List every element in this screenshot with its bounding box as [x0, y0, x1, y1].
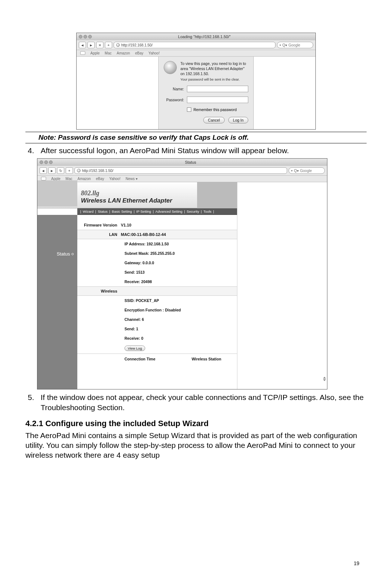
- search-field[interactable]: ▾ Q▾ Google: [289, 167, 325, 174]
- scroll-down-icon[interactable]: [323, 379, 326, 381]
- search-placeholder: Google: [289, 43, 300, 47]
- close-icon[interactable]: [79, 35, 82, 38]
- search-icon: Q▾: [294, 169, 299, 173]
- bookmark-link[interactable]: eBay: [135, 51, 143, 55]
- search-menu-icon: ▾: [291, 169, 293, 172]
- status-sidebar: Status: [37, 215, 77, 389]
- search-menu-icon: ▾: [279, 44, 281, 47]
- zoom-icon[interactable]: [88, 35, 92, 38]
- indicator-icon: [72, 253, 74, 255]
- window-titlebar: Status: [37, 159, 327, 166]
- bookmark-link[interactable]: Amazon: [77, 177, 91, 181]
- firmware-value: V1.10: [121, 223, 237, 227]
- zoom-icon[interactable]: [49, 160, 53, 164]
- remember-label: Remember this password: [193, 107, 237, 112]
- page-number: 19: [354, 560, 359, 566]
- add-bookmark-button[interactable]: +: [105, 42, 112, 48]
- firmware-label: Firmware Version: [77, 223, 121, 227]
- login-blank-left: [77, 57, 158, 129]
- menu-ip[interactable]: IP Setting: [135, 209, 152, 213]
- stop-button[interactable]: ✕: [96, 42, 103, 48]
- banner-line2: Wireless LAN Ethernet Adapter: [81, 197, 172, 204]
- lan-receive: Receive: 20498: [77, 279, 237, 284]
- bookmark-link[interactable]: Amazon: [117, 51, 130, 55]
- connection-time-label: Connection Time: [124, 357, 155, 361]
- wifi-encryption: Encryption Function : Disabled: [77, 308, 237, 312]
- browser-toolbar: ◄ ► ✕ + http://192.168.1.50/ ▾ Q▾ Google: [77, 40, 315, 50]
- menu-wizard[interactable]: Wizard: [82, 209, 94, 213]
- site-icon: [77, 169, 81, 172]
- bookmarks-icon[interactable]: [41, 177, 46, 180]
- scrollbar[interactable]: [323, 377, 326, 388]
- login-button[interactable]: Log In: [228, 117, 248, 123]
- back-button[interactable]: ◄: [40, 167, 47, 174]
- cancel-button[interactable]: Cancel: [203, 117, 225, 123]
- menu-advanced[interactable]: Advanced Setting: [155, 209, 183, 213]
- lan-subnet: Subnet Mask: 255.255.255.0: [77, 251, 237, 256]
- bookmark-link[interactable]: eBay: [96, 177, 104, 181]
- login-dialog: To view this page, you need to log in to…: [158, 57, 254, 129]
- banner-line1: 802.llg: [81, 189, 172, 197]
- login-screenshot: Loading "http://192.168.1.50/" ◄ ► ✕ + h…: [76, 33, 316, 130]
- remember-checkbox[interactable]: [187, 107, 191, 112]
- url-text: http://192.168.1.50/: [82, 169, 113, 173]
- wireless-section-label: Wireless: [77, 289, 121, 293]
- menu-basic[interactable]: Basic Setting: [111, 209, 132, 213]
- remember-password-row[interactable]: Remember this password: [187, 107, 248, 112]
- address-bar[interactable]: http://192.168.1.50/: [114, 42, 275, 48]
- login-warning: Your password will be sent in the clear.: [180, 77, 248, 81]
- url-text: http://192.168.1.50/: [121, 43, 152, 47]
- reload-button[interactable]: ↻: [57, 167, 64, 174]
- wifi-channel: Channel: 6: [77, 317, 237, 322]
- wifi-ssid: SSID: POCKET_AP: [77, 298, 237, 303]
- address-bar[interactable]: http://192.168.1.50/: [74, 167, 287, 174]
- bookmark-link[interactable]: Mac: [105, 51, 112, 55]
- window-title: Status: [56, 160, 325, 164]
- search-field[interactable]: ▾ Q▾ Google: [277, 42, 313, 48]
- wifi-receive: Receive: 0: [77, 336, 237, 340]
- bookmark-link[interactable]: News ▾: [126, 177, 138, 181]
- forward-button[interactable]: ►: [87, 42, 95, 48]
- window-titlebar: Loading "http://192.168.1.50/": [77, 33, 315, 40]
- bookmark-link[interactable]: Yahoo!: [148, 51, 160, 55]
- menu-security[interactable]: Security: [186, 209, 200, 213]
- lan-mac: MAC:00-11-6B-B0-12-44: [121, 232, 237, 237]
- minimize-icon[interactable]: [44, 160, 48, 164]
- add-bookmark-button[interactable]: +: [66, 167, 73, 174]
- password-input[interactable]: [187, 97, 248, 103]
- step-text: If the window does not appear, check you…: [41, 392, 367, 412]
- step-5: 5. If the window does not appear, check …: [25, 392, 367, 412]
- search-icon: Q▾: [282, 43, 287, 47]
- bookmark-link[interactable]: Apple: [90, 51, 100, 55]
- login-message: To view this page, you need to log in to…: [180, 61, 248, 77]
- lan-ip: IP Address: 192.168.1.50: [77, 242, 237, 246]
- bookmarks-icon[interactable]: [80, 51, 85, 55]
- status-blank-right: [237, 182, 327, 389]
- note-text: Note: Password is case sensitive so veri…: [25, 134, 367, 142]
- step-4: 4. After successful logon, an AeroPad Mi…: [25, 146, 367, 155]
- bookmarks-bar: Apple Mac Amazon eBay Yahoo! News ▾: [37, 176, 327, 182]
- traffic-lights: [40, 160, 53, 164]
- menu-tools[interactable]: Tools: [203, 209, 212, 213]
- note-box: Note: Password is case sensitive so veri…: [25, 132, 367, 143]
- bookmark-link[interactable]: Yahoo!: [109, 177, 121, 181]
- forward-button[interactable]: ►: [48, 167, 56, 174]
- sidebar-status-label: Status: [37, 251, 77, 257]
- back-button[interactable]: ◄: [79, 42, 86, 48]
- bookmarks-bar: Apple Mac Amazon eBay Yahoo!: [77, 50, 315, 57]
- scroll-up-icon[interactable]: [323, 377, 326, 379]
- close-icon[interactable]: [40, 160, 43, 164]
- section-body: The AeroPad Mini contains a simple Setup…: [25, 430, 367, 460]
- minimize-icon[interactable]: [83, 35, 87, 38]
- lan-gateway: Gateway: 0.0.0.0: [77, 261, 237, 265]
- product-banner: 802.llg Wireless LAN Ethernet Adapter: [37, 182, 237, 208]
- window-title: Loading "http://192.168.1.50/": [95, 34, 313, 39]
- name-input[interactable]: [187, 86, 248, 92]
- status-content: Firmware Version V1.10 LAN MAC:00-11-6B-…: [77, 215, 237, 389]
- status-screenshot: Status ◄ ► ↻ + http://192.168.1.50/ ▾ Q▾…: [37, 158, 327, 389]
- menu-status[interactable]: Status: [97, 209, 108, 213]
- wireless-station-label: Wireless Station: [192, 357, 221, 361]
- browser-toolbar: ◄ ► ↻ + http://192.168.1.50/ ▾ Q▾ Google: [37, 166, 327, 176]
- view-log-button[interactable]: View Log: [124, 346, 145, 351]
- step-number: 4.: [25, 146, 34, 155]
